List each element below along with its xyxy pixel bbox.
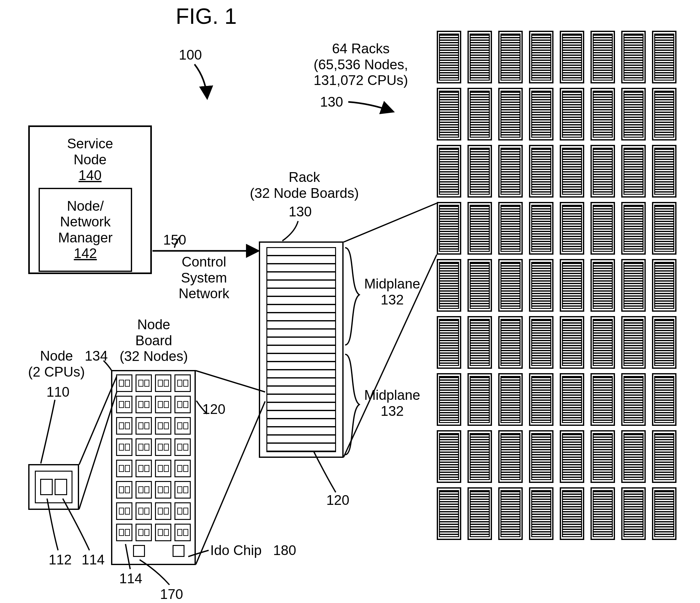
- rack-unit: [529, 316, 553, 369]
- board-node: [116, 396, 132, 413]
- service-node: Service Node 140 Node/ Network Manager 1…: [28, 126, 152, 274]
- rack-unit: [560, 202, 584, 255]
- rack-unit: [621, 145, 646, 198]
- rack-unit: [652, 31, 676, 83]
- rack-unit: [498, 373, 523, 426]
- rack-unit: [560, 487, 584, 540]
- rack-unit: [529, 259, 553, 312]
- rack-unit: [652, 316, 676, 369]
- rack-unit: [468, 88, 492, 140]
- racks-header-l1: 64 Racks: [295, 41, 427, 57]
- nnmgr-l2: Network: [58, 214, 112, 230]
- board-node: [116, 481, 132, 499]
- single-rack: [259, 241, 344, 458]
- nodeboard-l2: Board: [113, 333, 195, 349]
- rack-unit: [591, 316, 615, 369]
- board-node: [174, 524, 191, 541]
- rack-unit: [652, 373, 676, 426]
- rack-unit: [468, 31, 492, 83]
- board-node: [174, 502, 191, 520]
- board-node: [174, 481, 191, 499]
- svg-line-1: [344, 203, 437, 242]
- rack-unit: [529, 88, 553, 140]
- rack-unit: [560, 88, 584, 140]
- node-label-l2: (2 CPUs): [22, 364, 91, 380]
- rack-unit: [437, 430, 461, 483]
- rack-unit: [591, 487, 615, 540]
- nnmgr-ref: 142: [58, 245, 112, 262]
- rack-unit: [437, 316, 461, 369]
- board-node: [135, 502, 152, 520]
- control-net-l2: System: [170, 270, 239, 286]
- rack-unit: [621, 373, 646, 426]
- node-label: Node (2 CPUs): [22, 348, 91, 380]
- nnmgr-text: Node/ Network Manager 142: [58, 198, 112, 262]
- rack-unit: [498, 145, 523, 198]
- midplane-upper-label: Midplane: [361, 276, 424, 292]
- rack-unit: [437, 31, 461, 83]
- rack-unit: [468, 430, 492, 483]
- node-ref-114: 114: [81, 552, 104, 568]
- service-node-ref: 140: [39, 167, 142, 183]
- board-node: [116, 460, 132, 477]
- rack-unit: [621, 202, 646, 255]
- rack-unit: [468, 202, 492, 255]
- rack-unit: [621, 487, 646, 540]
- rack-unit: [591, 88, 615, 140]
- nodeboard-l1: Node: [113, 317, 195, 333]
- node-board: [111, 370, 196, 565]
- board-node: [135, 481, 152, 499]
- board-node: [116, 502, 132, 520]
- board-node: [155, 438, 171, 456]
- midplane-lower: Midplane 132: [361, 387, 424, 419]
- ido-chip-label: Ido Chip 180: [210, 543, 296, 558]
- rack-unit: [652, 145, 676, 198]
- node-board-grid: [117, 374, 190, 541]
- board-node: [174, 460, 191, 477]
- rack-unit: [529, 373, 553, 426]
- rack-unit: [652, 88, 676, 140]
- racks-header-l2: (65,536 Nodes,: [295, 57, 427, 73]
- cpu-icon: [55, 479, 67, 495]
- rack-unit: [498, 487, 523, 540]
- node-ref-110: 110: [46, 384, 69, 400]
- board-node: [174, 438, 191, 456]
- ido-chip-text: Ido Chip: [210, 543, 262, 558]
- board-chip-row: [117, 545, 190, 557]
- rack-inner-ref-120: 120: [326, 492, 349, 508]
- midplane-upper-ref: 132: [361, 292, 424, 308]
- rack-unit: [529, 430, 553, 483]
- racks-header-l3: 131,072 CPUs): [295, 73, 427, 88]
- board-node: [174, 417, 191, 435]
- rack-ref-130: 130: [289, 204, 311, 220]
- figure-label: FIG. 1: [176, 4, 236, 29]
- racks-ref-130: 130: [320, 94, 343, 110]
- cpu-icon: [40, 479, 53, 495]
- rack-unit: [560, 430, 584, 483]
- ref-100: 100: [179, 47, 202, 63]
- rack-unit: [560, 373, 584, 426]
- rack-unit: [529, 145, 553, 198]
- board-node: [174, 374, 191, 392]
- rack-label: Rack (32 Node Boards): [248, 169, 361, 201]
- rack-unit: [591, 31, 615, 83]
- board-node: [155, 396, 171, 413]
- ido-chip-180: [173, 545, 184, 557]
- rack-unit: [621, 430, 646, 483]
- rack-unit: [468, 259, 492, 312]
- nnmgr-l1: Node/: [58, 198, 112, 214]
- rack-unit: [652, 202, 676, 255]
- rack-unit: [437, 373, 461, 426]
- midplane-lower-label: Midplane: [361, 387, 424, 403]
- ido-chip-ref: 180: [273, 543, 296, 558]
- svg-line-3: [196, 371, 265, 392]
- rack-slats: [266, 247, 336, 452]
- rack-unit: [652, 430, 676, 483]
- board-node: [155, 524, 171, 541]
- control-net-l3: Network: [170, 286, 239, 302]
- rack-unit: [529, 487, 553, 540]
- rack-unit: [591, 373, 615, 426]
- rack-unit: [560, 316, 584, 369]
- board-node: [155, 481, 171, 499]
- rack-unit: [498, 31, 523, 83]
